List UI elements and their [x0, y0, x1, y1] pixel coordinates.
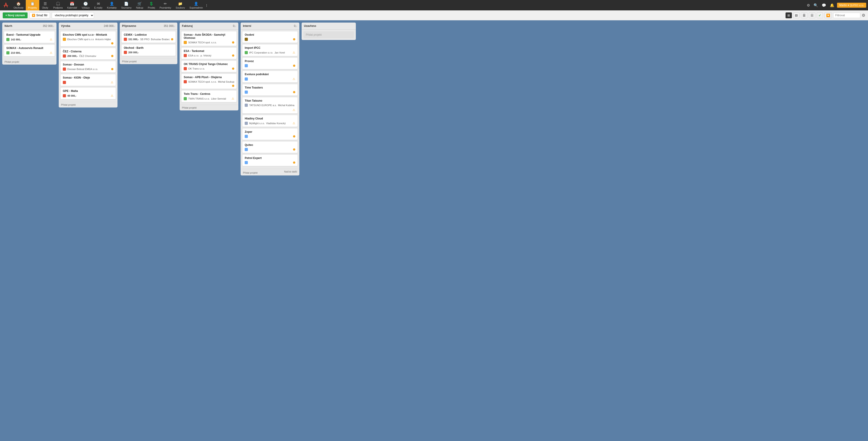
clear-filter-button[interactable]: 🔽 Smaž filtr: [29, 12, 50, 18]
column-settings-button[interactable]: ⚙: [862, 13, 865, 18]
card-detail-row: OK Trans s.r.o.: [184, 67, 234, 70]
project-card[interactable]: OK TRANS Chýně Tango Chlumec OK Trans s.…: [181, 61, 237, 72]
card-person: Michal Kuběna: [278, 104, 294, 106]
project-card[interactable]: Import IPCC IPC Corporation s.r.o.Jan Vo…: [242, 44, 298, 56]
card-person: Jan Vorel: [275, 51, 285, 54]
status-dot-orange: [232, 41, 234, 43]
view-compact-button[interactable]: ⊟: [793, 12, 800, 18]
project-card[interactable]: Time Toasters: [242, 84, 298, 96]
card-person: Antonín Hájler: [95, 38, 111, 41]
add-project-link[interactable]: Přidat projekt: [241, 170, 260, 176]
project-card[interactable]: Obchod - Barth 200 000,-: [122, 44, 176, 56]
card-detail-row: SOMAX TECH spol. s.r.o.Michal Soukup: [184, 80, 234, 87]
warning-icon: ⚠: [231, 97, 234, 100]
card-detail-row: TWIN TRANS s.r.o.Libor Semrád ⚠: [184, 97, 234, 100]
card-title: ESA - Tankomat: [184, 50, 234, 53]
project-card[interactable]: GPE - Malta 48 000,- ⚠: [61, 88, 116, 99]
project-card[interactable]: SOMAX - Autoservis Renault 210 000,- ⚠: [4, 45, 55, 56]
status-dot-orange: [293, 38, 295, 40]
nav-projekty[interactable]: 📋Projekty: [26, 0, 39, 10]
card-person: Vladislav Korecký: [266, 122, 286, 125]
new-record-button[interactable]: + Nový záznam: [3, 12, 28, 18]
project-card[interactable]: Somax - KION - Oleje ⚠: [61, 74, 116, 86]
project-card[interactable]: Petrol Expert: [242, 155, 298, 166]
view-kanban-button[interactable]: ⊞: [785, 12, 792, 18]
project-card[interactable]: Zoper: [242, 128, 298, 140]
status-dot-orange: [171, 38, 173, 40]
card-amount: 142 000,-: [11, 38, 21, 41]
app-logo[interactable]: [2, 1, 10, 9]
card-amount: 200 000,-: [67, 55, 78, 57]
project-card[interactable]: Hladiny Cloud MyMight s.r.o.Vladislav Ko…: [242, 115, 298, 127]
project-card[interactable]: Somax - APB Plzeň - Olejárna SOMAX TECH …: [181, 74, 237, 89]
search-icon[interactable]: 🔍: [813, 2, 819, 8]
kanban-col-pripraveno: Připraveno351 000,- CEMIX - Loděnice 151…: [120, 23, 177, 64]
add-project-uzavreno[interactable]: Přidat projekt: [303, 31, 354, 38]
project-filter-select[interactable]: všechny probíhající projekty: [52, 12, 94, 19]
chat-icon[interactable]: 💬: [821, 2, 827, 8]
card-person: Libor Semrád: [211, 97, 226, 100]
view-list-button[interactable]: ☰: [801, 12, 807, 18]
add-project-link[interactable]: Přidat projekt: [59, 102, 118, 107]
nav-seznamy[interactable]: 📄Seznamy: [119, 0, 134, 10]
bell-icon[interactable]: 🔔: [829, 2, 835, 8]
card-title: Obchod - Barth: [124, 46, 173, 50]
card-detail-row: [245, 161, 295, 164]
project-card[interactable]: Osobní: [242, 31, 298, 43]
project-card[interactable]: Twin Trans - Centros TWIN TRANS s.r.o.Li…: [181, 91, 237, 102]
project-card[interactable]: Evoluce podnikání ⚠: [242, 71, 298, 83]
project-card[interactable]: Somax - Doosan Doosan Bobcat EMEA s.r.o.: [61, 61, 116, 72]
card-detail-row: 200 000,-: [124, 51, 173, 54]
card-company: MyMight s.r.o.: [249, 122, 265, 125]
card-detail-row: [245, 91, 295, 94]
col-header-navrh: Návrh352 000,-: [2, 23, 57, 30]
project-card[interactable]: Ekochov CMN spol s.r.o - Minitank Ekocho…: [61, 31, 116, 46]
nav-prodej[interactable]: 💲Prodej: [146, 0, 157, 10]
col-title: Uzavřeno: [304, 24, 316, 28]
card-company: SOMAX TECH spol. s.r.o.: [188, 81, 217, 83]
project-card[interactable]: ČEZ - Cisterna 200 000,-ČEZ Chomutov: [61, 48, 116, 59]
add-project-link[interactable]: Přidat projekt: [180, 105, 238, 111]
project-card[interactable]: Provoz: [242, 58, 298, 69]
project-card[interactable]: Titan Tatsuno TATSUNO EUROPE a.s.Michal …: [242, 97, 298, 113]
nav-more-dots[interactable]: ⋮: [205, 4, 208, 7]
project-card[interactable]: Quitec: [242, 141, 298, 153]
nav-kalendar[interactable]: 📅Kalendář: [65, 0, 79, 10]
card-detail-row: [245, 64, 295, 67]
card-company: TATSUNO EUROPE a.s.: [249, 104, 277, 106]
project-card[interactable]: Somax - Auto ŠKODA - Samohýl Olomouc SOM…: [181, 31, 237, 46]
card-title: Somax - APB Plzeň - Olejárna: [184, 76, 234, 79]
nav-soubory[interactable]: 📁Soubory: [174, 0, 187, 10]
user-button[interactable]: Martin ▾QUITEC s.r.o.: [837, 3, 866, 8]
nav-superadmin[interactable]: 👤Superadmin: [187, 0, 205, 10]
view-detail-button[interactable]: ☷: [809, 12, 815, 18]
project-card[interactable]: Baest - Tankomat Upgrade 142 000,- ⚠: [4, 31, 55, 43]
col-amount: 351 000,-: [164, 24, 175, 28]
filter-input[interactable]: [833, 13, 860, 18]
filter-active-button[interactable]: 🔽: [825, 12, 832, 18]
nav-podpora[interactable]: 🎧Podpora: [51, 0, 65, 10]
project-card[interactable]: CEMIX - Loděnice 151 000,-SB PROBohuslav…: [122, 31, 176, 43]
col-footer-interni: Přidat projekt Načíst další: [241, 169, 299, 176]
nav-poznamky[interactable]: ✏Poznámky: [157, 0, 173, 10]
nav-obchody[interactable]: 🏠Obchody: [11, 0, 26, 10]
add-project-link[interactable]: Přidat projekt: [120, 59, 177, 64]
card-color-dot: [184, 97, 187, 100]
card-detail-row: 48 000,- ⚠: [63, 94, 114, 97]
status-dot-orange: [232, 67, 234, 70]
project-card[interactable]: ESA - Tankomat ESA s.r.o.p. Vrbický: [181, 48, 237, 59]
warning-icon: ⚠: [292, 108, 295, 112]
nav-kontakty[interactable]: 👤Kontakty: [105, 0, 119, 10]
settings-icon[interactable]: ⚙: [806, 2, 811, 8]
nav-emaily[interactable]: ✉E-maily: [92, 0, 105, 10]
nav-vykazy[interactable]: 🕐Výkazy: [79, 0, 92, 10]
card-color-dot: [245, 148, 248, 151]
card-detail-row: MyMight s.r.o.Vladislav Korecký ⚠: [245, 122, 295, 125]
view-check-button[interactable]: ✓: [817, 12, 823, 18]
add-project-link[interactable]: Přidat projekt: [2, 59, 57, 65]
load-more-link[interactable]: Načíst další: [282, 169, 299, 176]
nav-ukoly[interactable]: ☰Úkoly: [39, 0, 51, 10]
status-dot-orange: [293, 135, 295, 137]
card-title: Ekochov CMN spol s.r.o - Minitank: [63, 33, 114, 36]
nav-nakup[interactable]: 🛒Nákup: [134, 0, 146, 10]
